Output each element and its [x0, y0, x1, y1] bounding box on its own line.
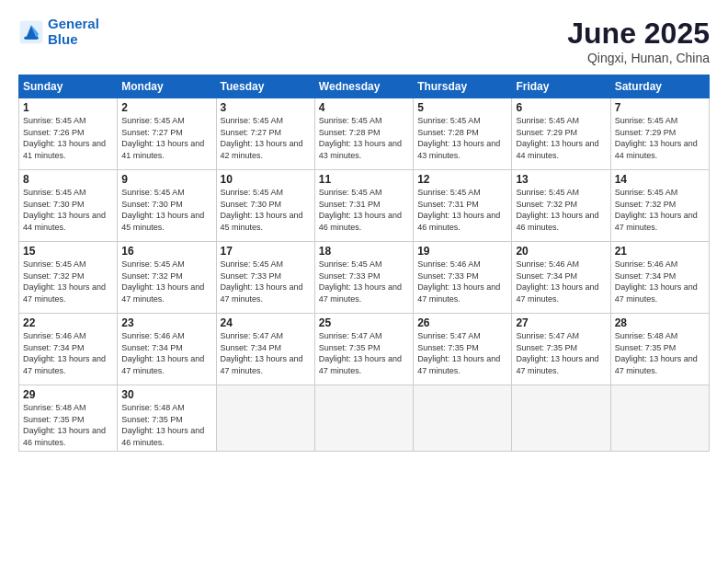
day-info: Sunrise: 5:45 AMSunset: 7:31 PMDaylight:… [319, 187, 409, 233]
calendar-cell: 20Sunrise: 5:46 AMSunset: 7:34 PMDayligh… [512, 242, 610, 314]
header-tuesday: Tuesday [216, 75, 314, 98]
calendar-cell: 27Sunrise: 5:47 AMSunset: 7:35 PMDayligh… [512, 314, 610, 385]
calendar-cell [414, 385, 512, 452]
calendar-cell: 17Sunrise: 5:45 AMSunset: 7:33 PMDayligh… [216, 242, 314, 314]
calendar-cell: 6Sunrise: 5:45 AMSunset: 7:29 PMDaylight… [512, 98, 610, 170]
calendar-cell: 21Sunrise: 5:46 AMSunset: 7:34 PMDayligh… [610, 242, 709, 314]
day-number: 2 [121, 101, 211, 114]
day-number: 7 [615, 101, 705, 114]
day-info: Sunrise: 5:45 AMSunset: 7:33 PMDaylight:… [319, 259, 409, 304]
calendar-cell: 29Sunrise: 5:48 AMSunset: 7:35 PMDayligh… [19, 385, 118, 452]
day-number: 11 [319, 173, 409, 186]
day-info: Sunrise: 5:45 AMSunset: 7:27 PMDaylight:… [121, 115, 211, 161]
calendar-cell: 12Sunrise: 5:45 AMSunset: 7:31 PMDayligh… [414, 170, 512, 242]
calendar-cell: 24Sunrise: 5:47 AMSunset: 7:34 PMDayligh… [216, 314, 314, 385]
day-number: 25 [319, 316, 409, 329]
day-number: 21 [615, 245, 705, 258]
calendar-week-2: 8Sunrise: 5:45 AMSunset: 7:30 PMDaylight… [19, 170, 710, 242]
calendar-cell: 13Sunrise: 5:45 AMSunset: 7:32 PMDayligh… [512, 170, 610, 242]
day-number: 12 [417, 173, 507, 186]
day-info: Sunrise: 5:46 AMSunset: 7:34 PMDaylight:… [121, 330, 211, 376]
calendar-week-3: 15Sunrise: 5:45 AMSunset: 7:32 PMDayligh… [19, 242, 710, 314]
day-info: Sunrise: 5:45 AMSunset: 7:29 PMDaylight:… [516, 115, 606, 161]
calendar-cell: 11Sunrise: 5:45 AMSunset: 7:31 PMDayligh… [314, 170, 413, 242]
header-saturday: Saturday [610, 75, 709, 98]
day-number: 17 [221, 245, 311, 258]
day-number: 10 [221, 173, 311, 186]
day-number: 15 [23, 245, 113, 258]
calendar-cell: 25Sunrise: 5:47 AMSunset: 7:35 PMDayligh… [314, 314, 413, 385]
calendar-table: Sunday Monday Tuesday Wednesday Thursday… [18, 75, 710, 452]
day-info: Sunrise: 5:45 AMSunset: 7:29 PMDaylight:… [615, 115, 705, 161]
calendar-cell [314, 385, 413, 452]
day-info: Sunrise: 5:45 AMSunset: 7:28 PMDaylight:… [319, 115, 409, 161]
calendar-cell: 5Sunrise: 5:45 AMSunset: 7:28 PMDaylight… [414, 98, 512, 170]
day-info: Sunrise: 5:46 AMSunset: 7:34 PMDaylight:… [615, 259, 705, 304]
calendar-cell: 15Sunrise: 5:45 AMSunset: 7:32 PMDayligh… [19, 242, 118, 314]
day-info: Sunrise: 5:45 AMSunset: 7:30 PMDaylight:… [121, 187, 211, 233]
day-number: 14 [615, 173, 705, 186]
day-info: Sunrise: 5:45 AMSunset: 7:32 PMDaylight:… [516, 187, 606, 233]
day-info: Sunrise: 5:45 AMSunset: 7:30 PMDaylight:… [23, 187, 113, 233]
calendar-cell: 26Sunrise: 5:47 AMSunset: 7:35 PMDayligh… [414, 314, 512, 385]
page-header: General Blue June 2025 Qingxi, Hunan, Ch… [18, 17, 710, 65]
calendar-cell: 4Sunrise: 5:45 AMSunset: 7:28 PMDaylight… [314, 98, 413, 170]
day-number: 30 [121, 388, 211, 401]
calendar-cell: 30Sunrise: 5:48 AMSunset: 7:35 PMDayligh… [118, 385, 216, 452]
day-number: 3 [221, 101, 311, 114]
svg-rect-3 [24, 36, 39, 39]
header-thursday: Thursday [414, 75, 512, 98]
day-number: 19 [417, 245, 507, 258]
calendar-cell [512, 385, 610, 452]
calendar-week-5: 29Sunrise: 5:48 AMSunset: 7:35 PMDayligh… [19, 385, 710, 452]
day-number: 27 [516, 316, 606, 329]
calendar-cell: 22Sunrise: 5:46 AMSunset: 7:34 PMDayligh… [19, 314, 118, 385]
title-block: June 2025 Qingxi, Hunan, China [567, 17, 710, 65]
day-info: Sunrise: 5:48 AMSunset: 7:35 PMDaylight:… [121, 402, 211, 448]
day-info: Sunrise: 5:46 AMSunset: 7:34 PMDaylight:… [516, 259, 606, 304]
day-info: Sunrise: 5:45 AMSunset: 7:32 PMDaylight:… [121, 259, 211, 304]
day-info: Sunrise: 5:47 AMSunset: 7:35 PMDaylight:… [319, 330, 409, 376]
calendar-cell: 23Sunrise: 5:46 AMSunset: 7:34 PMDayligh… [118, 314, 216, 385]
day-number: 4 [319, 101, 409, 114]
day-number: 18 [319, 245, 409, 258]
day-info: Sunrise: 5:47 AMSunset: 7:35 PMDaylight:… [417, 330, 507, 376]
day-info: Sunrise: 5:45 AMSunset: 7:32 PMDaylight:… [615, 187, 705, 233]
calendar-cell: 14Sunrise: 5:45 AMSunset: 7:32 PMDayligh… [610, 170, 709, 242]
day-number: 23 [121, 316, 211, 329]
day-number: 1 [23, 101, 113, 114]
day-info: Sunrise: 5:45 AMSunset: 7:32 PMDaylight:… [23, 259, 113, 304]
day-info: Sunrise: 5:45 AMSunset: 7:28 PMDaylight:… [417, 115, 507, 161]
day-info: Sunrise: 5:46 AMSunset: 7:34 PMDaylight:… [23, 330, 113, 376]
day-info: Sunrise: 5:48 AMSunset: 7:35 PMDaylight:… [615, 330, 705, 376]
day-number: 13 [516, 173, 606, 186]
header-sunday: Sunday [19, 75, 118, 98]
day-number: 29 [23, 388, 113, 401]
day-number: 26 [417, 316, 507, 329]
day-info: Sunrise: 5:45 AMSunset: 7:30 PMDaylight:… [221, 187, 311, 233]
header-monday: Monday [118, 75, 216, 98]
day-number: 9 [121, 173, 211, 186]
calendar-cell: 8Sunrise: 5:45 AMSunset: 7:30 PMDaylight… [19, 170, 118, 242]
calendar-cell: 18Sunrise: 5:45 AMSunset: 7:33 PMDayligh… [314, 242, 413, 314]
calendar-cell: 7Sunrise: 5:45 AMSunset: 7:29 PMDaylight… [610, 98, 709, 170]
logo-text: General Blue [48, 17, 99, 47]
day-number: 28 [615, 316, 705, 329]
day-number: 6 [516, 101, 606, 114]
day-info: Sunrise: 5:45 AMSunset: 7:27 PMDaylight:… [221, 115, 311, 161]
calendar-cell: 2Sunrise: 5:45 AMSunset: 7:27 PMDaylight… [118, 98, 216, 170]
calendar-cell: 9Sunrise: 5:45 AMSunset: 7:30 PMDaylight… [118, 170, 216, 242]
header-friday: Friday [512, 75, 610, 98]
calendar-cell: 28Sunrise: 5:48 AMSunset: 7:35 PMDayligh… [610, 314, 709, 385]
day-number: 5 [417, 101, 507, 114]
day-info: Sunrise: 5:46 AMSunset: 7:33 PMDaylight:… [417, 259, 507, 304]
calendar-week-4: 22Sunrise: 5:46 AMSunset: 7:34 PMDayligh… [19, 314, 710, 385]
calendar-week-1: 1Sunrise: 5:45 AMSunset: 7:26 PMDaylight… [19, 98, 710, 170]
day-number: 22 [23, 316, 113, 329]
day-info: Sunrise: 5:45 AMSunset: 7:26 PMDaylight:… [23, 115, 113, 161]
logo: General Blue [18, 17, 99, 47]
logo-icon [18, 19, 44, 45]
day-number: 16 [121, 245, 211, 258]
day-info: Sunrise: 5:48 AMSunset: 7:35 PMDaylight:… [23, 402, 113, 448]
calendar-subtitle: Qingxi, Hunan, China [567, 51, 710, 65]
